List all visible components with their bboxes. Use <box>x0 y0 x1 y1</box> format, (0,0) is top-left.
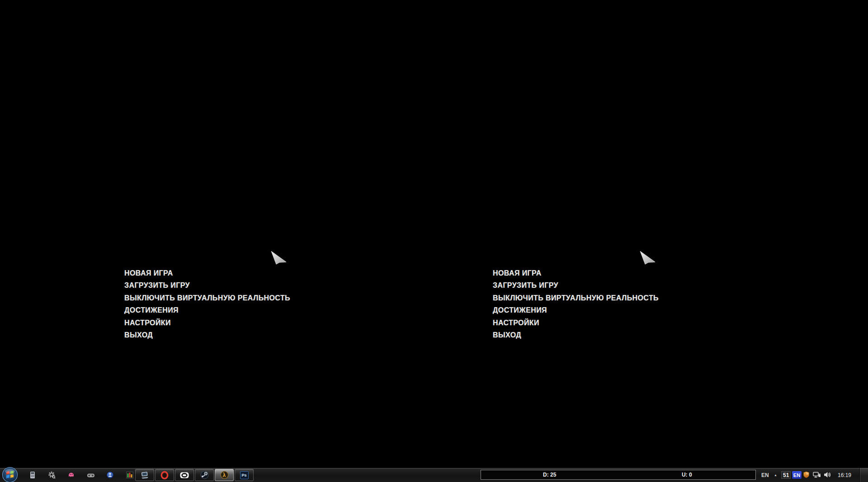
taskbar: λ Ps D: 25 U: 0 EN ▲ 51 EN <box>0 468 868 482</box>
show-hidden-icons-button[interactable]: ▲ <box>774 468 777 482</box>
photoshop-icon: Ps <box>240 471 249 479</box>
menu-item-load-game[interactable]: ЗАГРУЗИТЬ ИГРУ <box>124 279 290 291</box>
gamepad-icon[interactable] <box>81 468 100 482</box>
mouse-cursor-icon <box>271 251 289 267</box>
menu-item-settings[interactable]: НАСТРОЙКИ <box>124 317 290 329</box>
show-desktop-button[interactable] <box>859 468 868 482</box>
game-menu-left: НОВАЯ ИГРА ЗАГРУЗИТЬ ИГРУ ВЫКЛЮЧИТЬ ВИРТ… <box>124 267 290 341</box>
download-speed-readout: D: 25 <box>481 470 618 479</box>
menu-item-settings[interactable]: НАСТРОЙКИ <box>493 317 659 329</box>
menu-item-disable-vr[interactable]: ВЫКЛЮЧИТЬ ВИРТУАЛЬНУЮ РЕАЛЬНОСТЬ <box>124 292 290 304</box>
network-traffic-toolbar[interactable]: D: 25 U: 0 <box>481 470 756 480</box>
photoshop-app-button[interactable]: Ps <box>235 469 254 481</box>
menu-item-disable-vr[interactable]: ВЫКЛЮЧИТЬ ВИРТУАЛЬНУЮ РЕАЛЬНОСТЬ <box>493 292 659 304</box>
tray-counter-badge[interactable]: 51 <box>781 471 791 479</box>
photoshop-glyph: Ps <box>241 473 246 477</box>
upload-speed-readout: U: 0 <box>618 470 756 479</box>
laptop-app-button[interactable] <box>135 469 154 481</box>
steam-app-button[interactable] <box>195 469 214 481</box>
language-indicator-badge[interactable]: EN <box>792 471 802 479</box>
volume-icon[interactable] <box>824 471 831 478</box>
network-icon[interactable] <box>813 471 821 478</box>
start-button[interactable] <box>2 467 18 482</box>
security-shield-icon[interactable] <box>802 471 810 479</box>
quick-launch-area <box>23 468 139 482</box>
taskbar-clock[interactable]: 16:19 <box>834 468 855 482</box>
menu-item-achievements[interactable]: ДОСТИЖЕНИЯ <box>124 304 290 316</box>
pink-creature-icon[interactable] <box>61 468 81 482</box>
menu-item-new-game[interactable]: НОВАЯ ИГРА <box>124 267 290 279</box>
language-bar[interactable]: EN <box>761 468 769 482</box>
menu-item-new-game[interactable]: НОВАЯ ИГРА <box>493 267 659 279</box>
oculus-app-button[interactable] <box>175 469 194 481</box>
blue-globe-icon[interactable] <box>100 468 120 482</box>
opera-app-button[interactable] <box>155 469 174 481</box>
half-life-app-button[interactable]: λ <box>215 469 234 481</box>
lambda-glyph: λ <box>222 472 226 478</box>
gear-icon[interactable] <box>42 468 61 482</box>
calculator-icon[interactable] <box>23 468 42 482</box>
menu-item-load-game[interactable]: ЗАГРУЗИТЬ ИГРУ <box>493 279 659 291</box>
menu-item-exit[interactable]: ВЫХОД <box>124 329 290 341</box>
mouse-cursor-icon <box>640 251 658 267</box>
menu-item-exit[interactable]: ВЫХОД <box>493 329 659 341</box>
menu-item-achievements[interactable]: ДОСТИЖЕНИЯ <box>493 304 659 316</box>
taskbar-app-buttons: λ Ps <box>135 469 254 481</box>
game-menu-right: НОВАЯ ИГРА ЗАГРУЗИТЬ ИГРУ ВЫКЛЮЧИТЬ ВИРТ… <box>493 267 659 341</box>
